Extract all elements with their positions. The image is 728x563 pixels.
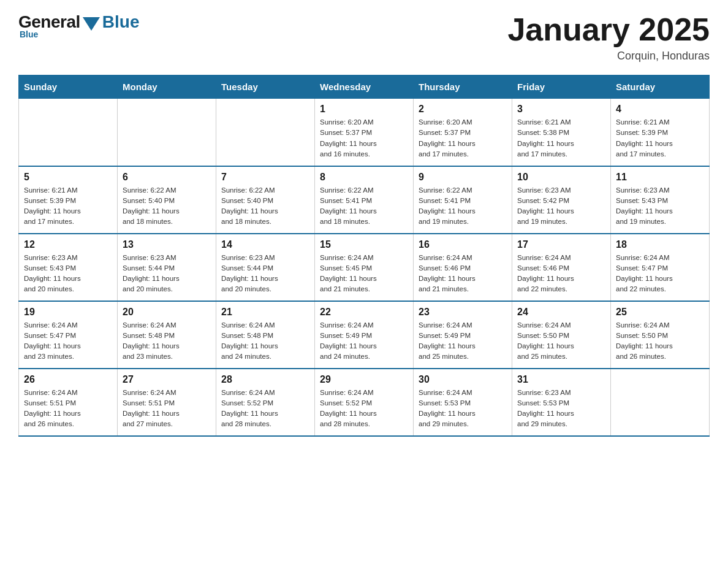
day-number: 26 [24, 374, 112, 385]
column-header-monday: Monday [118, 75, 216, 99]
calendar-cell: 29Sunrise: 6:24 AM Sunset: 5:52 PM Dayli… [315, 369, 414, 436]
calendar-cell: 15Sunrise: 6:24 AM Sunset: 5:45 PM Dayli… [315, 234, 414, 301]
day-info: Sunrise: 6:24 AM Sunset: 5:52 PM Dayligh… [221, 388, 309, 430]
logo-triangle-icon [83, 17, 100, 31]
column-header-friday: Friday [512, 75, 611, 99]
day-info: Sunrise: 6:20 AM Sunset: 5:37 PM Dayligh… [419, 117, 507, 159]
column-header-saturday: Saturday [611, 75, 710, 99]
day-number: 19 [24, 307, 112, 318]
calendar-week-row: 5Sunrise: 6:21 AM Sunset: 5:39 PM Daylig… [19, 166, 710, 234]
calendar-week-row: 12Sunrise: 6:23 AM Sunset: 5:43 PM Dayli… [19, 234, 710, 301]
logo-blue-text: Blue [102, 12, 140, 32]
day-number: 31 [517, 374, 605, 385]
calendar-cell: 1Sunrise: 6:20 AM Sunset: 5:37 PM Daylig… [315, 99, 414, 166]
day-number: 4 [616, 104, 704, 115]
day-info: Sunrise: 6:21 AM Sunset: 5:39 PM Dayligh… [24, 185, 112, 228]
day-info: Sunrise: 6:22 AM Sunset: 5:40 PM Dayligh… [123, 185, 211, 228]
day-info: Sunrise: 6:24 AM Sunset: 5:47 PM Dayligh… [24, 320, 112, 362]
day-info: Sunrise: 6:24 AM Sunset: 5:52 PM Dayligh… [320, 388, 408, 430]
calendar-cell: 6Sunrise: 6:22 AM Sunset: 5:40 PM Daylig… [118, 166, 216, 234]
day-number: 14 [221, 239, 309, 250]
day-info: Sunrise: 6:22 AM Sunset: 5:41 PM Dayligh… [320, 185, 408, 228]
calendar-cell: 31Sunrise: 6:23 AM Sunset: 5:53 PM Dayli… [512, 369, 611, 436]
page-header: General Blue Blue January 2025 Corquin, … [18, 12, 710, 63]
calendar-cell [611, 369, 710, 436]
logo: General Blue Blue [18, 12, 139, 39]
calendar-cell: 28Sunrise: 6:24 AM Sunset: 5:52 PM Dayli… [216, 369, 315, 436]
day-number: 7 [221, 172, 309, 183]
day-info: Sunrise: 6:21 AM Sunset: 5:38 PM Dayligh… [517, 117, 605, 159]
day-number: 2 [419, 104, 507, 115]
day-info: Sunrise: 6:24 AM Sunset: 5:49 PM Dayligh… [320, 320, 408, 362]
day-info: Sunrise: 6:23 AM Sunset: 5:44 PM Dayligh… [221, 253, 309, 295]
calendar-cell: 19Sunrise: 6:24 AM Sunset: 5:47 PM Dayli… [19, 301, 118, 369]
day-info: Sunrise: 6:24 AM Sunset: 5:47 PM Dayligh… [616, 253, 704, 295]
day-number: 25 [616, 307, 704, 318]
day-info: Sunrise: 6:22 AM Sunset: 5:41 PM Dayligh… [419, 185, 507, 228]
calendar-cell: 26Sunrise: 6:24 AM Sunset: 5:51 PM Dayli… [19, 369, 118, 436]
column-header-sunday: Sunday [19, 75, 118, 99]
calendar-week-row: 1Sunrise: 6:20 AM Sunset: 5:37 PM Daylig… [19, 99, 710, 166]
day-info: Sunrise: 6:23 AM Sunset: 5:43 PM Dayligh… [24, 253, 112, 295]
day-info: Sunrise: 6:24 AM Sunset: 5:53 PM Dayligh… [419, 388, 507, 430]
day-info: Sunrise: 6:23 AM Sunset: 5:43 PM Dayligh… [616, 185, 704, 228]
day-info: Sunrise: 6:23 AM Sunset: 5:42 PM Dayligh… [517, 185, 605, 228]
day-number: 23 [419, 307, 507, 318]
calendar-cell: 30Sunrise: 6:24 AM Sunset: 5:53 PM Dayli… [414, 369, 512, 436]
day-info: Sunrise: 6:24 AM Sunset: 5:50 PM Dayligh… [616, 320, 704, 362]
calendar-cell: 10Sunrise: 6:23 AM Sunset: 5:42 PM Dayli… [512, 166, 611, 234]
calendar-cell: 16Sunrise: 6:24 AM Sunset: 5:46 PM Dayli… [414, 234, 512, 301]
calendar-cell [216, 99, 315, 166]
day-info: Sunrise: 6:23 AM Sunset: 5:44 PM Dayligh… [123, 253, 211, 295]
day-number: 18 [616, 239, 704, 250]
calendar-cell: 3Sunrise: 6:21 AM Sunset: 5:38 PM Daylig… [512, 99, 611, 166]
day-info: Sunrise: 6:24 AM Sunset: 5:48 PM Dayligh… [221, 320, 309, 362]
title-area: January 2025 Corquin, Honduras [507, 12, 710, 63]
calendar-cell: 12Sunrise: 6:23 AM Sunset: 5:43 PM Dayli… [19, 234, 118, 301]
day-number: 5 [24, 172, 112, 183]
day-info: Sunrise: 6:24 AM Sunset: 5:46 PM Dayligh… [419, 253, 507, 295]
day-number: 12 [24, 239, 112, 250]
day-number: 17 [517, 239, 605, 250]
day-number: 30 [419, 374, 507, 385]
day-number: 10 [517, 172, 605, 183]
calendar-cell: 11Sunrise: 6:23 AM Sunset: 5:43 PM Dayli… [611, 166, 710, 234]
calendar-cell: 18Sunrise: 6:24 AM Sunset: 5:47 PM Dayli… [611, 234, 710, 301]
location-text: Corquin, Honduras [507, 50, 710, 63]
day-number: 16 [419, 239, 507, 250]
day-info: Sunrise: 6:21 AM Sunset: 5:39 PM Dayligh… [616, 117, 704, 159]
logo-bottom-text: Blue [20, 29, 38, 39]
day-info: Sunrise: 6:24 AM Sunset: 5:51 PM Dayligh… [123, 388, 211, 430]
calendar-cell: 23Sunrise: 6:24 AM Sunset: 5:49 PM Dayli… [414, 301, 512, 369]
calendar-cell: 9Sunrise: 6:22 AM Sunset: 5:41 PM Daylig… [414, 166, 512, 234]
calendar-cell: 20Sunrise: 6:24 AM Sunset: 5:48 PM Dayli… [118, 301, 216, 369]
calendar-cell: 25Sunrise: 6:24 AM Sunset: 5:50 PM Dayli… [611, 301, 710, 369]
calendar-cell: 5Sunrise: 6:21 AM Sunset: 5:39 PM Daylig… [19, 166, 118, 234]
calendar-cell: 7Sunrise: 6:22 AM Sunset: 5:40 PM Daylig… [216, 166, 315, 234]
day-number: 1 [320, 104, 408, 115]
day-info: Sunrise: 6:24 AM Sunset: 5:50 PM Dayligh… [517, 320, 605, 362]
calendar-cell: 24Sunrise: 6:24 AM Sunset: 5:50 PM Dayli… [512, 301, 611, 369]
day-number: 9 [419, 172, 507, 183]
calendar-cell: 13Sunrise: 6:23 AM Sunset: 5:44 PM Dayli… [118, 234, 216, 301]
day-number: 6 [123, 172, 211, 183]
day-info: Sunrise: 6:24 AM Sunset: 5:45 PM Dayligh… [320, 253, 408, 295]
day-info: Sunrise: 6:20 AM Sunset: 5:37 PM Dayligh… [320, 117, 408, 159]
calendar-cell [19, 99, 118, 166]
day-number: 3 [517, 104, 605, 115]
calendar-cell: 21Sunrise: 6:24 AM Sunset: 5:48 PM Dayli… [216, 301, 315, 369]
calendar-cell: 2Sunrise: 6:20 AM Sunset: 5:37 PM Daylig… [414, 99, 512, 166]
day-number: 8 [320, 172, 408, 183]
calendar-cell: 4Sunrise: 6:21 AM Sunset: 5:39 PM Daylig… [611, 99, 710, 166]
month-title: January 2025 [507, 12, 710, 47]
calendar-cell: 17Sunrise: 6:24 AM Sunset: 5:46 PM Dayli… [512, 234, 611, 301]
day-number: 15 [320, 239, 408, 250]
calendar-cell: 27Sunrise: 6:24 AM Sunset: 5:51 PM Dayli… [118, 369, 216, 436]
day-info: Sunrise: 6:23 AM Sunset: 5:53 PM Dayligh… [517, 388, 605, 430]
calendar-table: SundayMondayTuesdayWednesdayThursdayFrid… [18, 75, 710, 437]
calendar-cell: 8Sunrise: 6:22 AM Sunset: 5:41 PM Daylig… [315, 166, 414, 234]
day-number: 11 [616, 172, 704, 183]
day-info: Sunrise: 6:22 AM Sunset: 5:40 PM Dayligh… [221, 185, 309, 228]
day-number: 28 [221, 374, 309, 385]
day-number: 24 [517, 307, 605, 318]
